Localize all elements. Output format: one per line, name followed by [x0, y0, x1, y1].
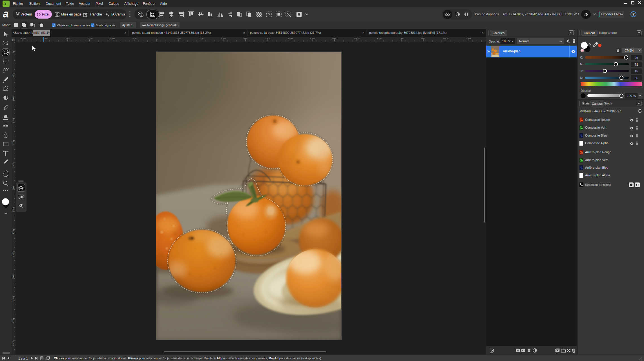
- svg-text:N:: N:: [580, 76, 583, 79]
- svg-text:86: 86: [635, 76, 638, 80]
- svg-text:3000: 3000: [287, 37, 293, 40]
- svg-text:1500: 1500: [221, 37, 226, 40]
- svg-text:7000: 7000: [466, 37, 471, 40]
- svg-text:500: 500: [177, 37, 181, 40]
- svg-text:6500: 6500: [443, 37, 448, 40]
- svg-text:4000: 4000: [332, 37, 337, 40]
- svg-text:0: 0: [12, 51, 15, 53]
- svg-text:fx: fx: [517, 349, 519, 352]
- svg-text:3500: 3500: [12, 207, 15, 212]
- svg-text:-2000: -2000: [65, 37, 70, 40]
- svg-text:96: 96: [635, 56, 638, 59]
- svg-text:Opacité: Opacité: [581, 89, 591, 92]
- svg-text:45: 45: [635, 70, 638, 73]
- svg-text:4000: 4000: [12, 229, 15, 234]
- svg-text:A: A: [141, 14, 143, 17]
- svg-text:6000: 6000: [421, 37, 426, 40]
- svg-text:4500: 4500: [12, 251, 15, 257]
- svg-text:1500: 1500: [12, 118, 15, 123]
- svg-text:-1500: -1500: [87, 37, 93, 40]
- svg-text:-2500: -2500: [42, 37, 48, 40]
- svg-text:500: 500: [12, 73, 15, 77]
- svg-text:4500: 4500: [354, 37, 359, 40]
- svg-text:5000: 5000: [12, 274, 15, 279]
- svg-text:6000: 6000: [12, 318, 15, 323]
- svg-text:5500: 5500: [399, 37, 404, 40]
- svg-text:5500: 5500: [12, 296, 15, 301]
- svg-text:C:: C:: [580, 56, 583, 59]
- svg-text:71: 71: [635, 63, 638, 66]
- svg-text:M:: M:: [580, 63, 583, 66]
- svg-text:J:: J:: [581, 69, 583, 73]
- svg-text:1 sur 1: 1 sur 1: [18, 357, 28, 360]
- svg-text:-500: -500: [132, 37, 137, 40]
- svg-text:3500: 3500: [310, 37, 315, 40]
- svg-text:0: 0: [156, 37, 157, 40]
- svg-text:5000: 5000: [377, 37, 382, 40]
- svg-text:2000: 2000: [12, 140, 15, 145]
- svg-text:1000: 1000: [198, 37, 203, 40]
- svg-text:6500: 6500: [12, 340, 15, 346]
- svg-text:2500: 2500: [12, 162, 15, 168]
- svg-text:-1000: -1000: [109, 37, 115, 40]
- svg-text:CMJN: CMJN: [625, 49, 634, 52]
- svg-text:2500: 2500: [265, 37, 270, 40]
- svg-text:100 %: 100 %: [627, 94, 636, 97]
- svg-text:2000: 2000: [243, 37, 248, 40]
- svg-text:3000: 3000: [12, 185, 15, 190]
- svg-text:1000: 1000: [12, 96, 15, 101]
- svg-text:-3000: -3000: [20, 37, 26, 40]
